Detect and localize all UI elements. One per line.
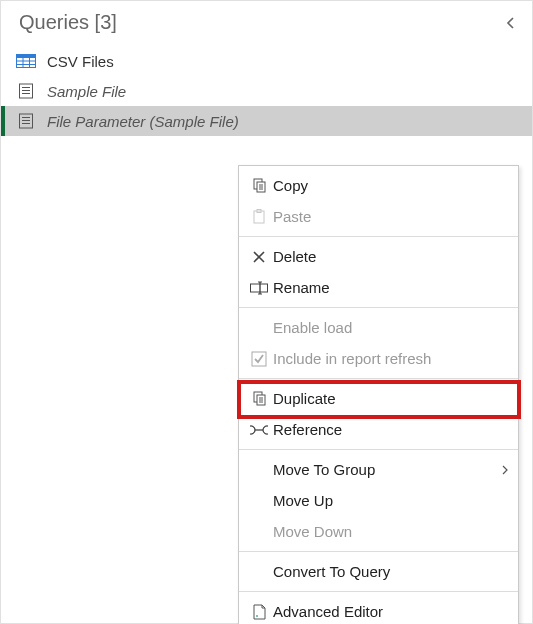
document-icon xyxy=(15,112,37,130)
editor-icon xyxy=(245,604,273,620)
menu-paste: Paste xyxy=(239,201,518,232)
menu-separator xyxy=(239,449,518,450)
document-icon xyxy=(15,82,37,100)
menu-advanced-editor[interactable]: Advanced Editor xyxy=(239,596,518,624)
context-menu: Copy Paste Delete xyxy=(238,165,519,624)
duplicate-icon xyxy=(245,391,273,407)
query-item-csv-files[interactable]: CSV Files xyxy=(1,46,532,76)
query-item-file-parameter[interactable]: File Parameter (Sample File) xyxy=(1,106,532,136)
menu-copy[interactable]: Copy xyxy=(239,170,518,201)
queries-panel: Queries [3] CSV Files xyxy=(0,0,533,624)
copy-icon xyxy=(245,178,273,194)
menu-label: Include in report refresh xyxy=(273,350,508,367)
panel-title: Queries [3] xyxy=(19,11,117,34)
svg-rect-20 xyxy=(257,209,261,212)
svg-rect-25 xyxy=(252,352,266,366)
menu-duplicate[interactable]: Duplicate xyxy=(239,383,518,414)
menu-label: Advanced Editor xyxy=(273,603,508,620)
menu-label: Rename xyxy=(273,279,508,296)
menu-convert-to-query[interactable]: Convert To Query xyxy=(239,556,518,587)
svg-rect-1 xyxy=(17,55,36,59)
menu-reference[interactable]: Reference xyxy=(239,414,518,445)
link-icon xyxy=(245,424,273,436)
check-icon xyxy=(245,351,273,367)
svg-point-32 xyxy=(256,615,258,617)
menu-label: Enable load xyxy=(273,319,508,336)
panel-header: Queries [3] xyxy=(1,1,532,40)
menu-move-down: Move Down xyxy=(239,516,518,547)
menu-include-refresh: Include in report refresh xyxy=(239,343,518,374)
menu-delete[interactable]: Delete xyxy=(239,241,518,272)
query-item-label: File Parameter (Sample File) xyxy=(47,113,239,130)
menu-label: Move Down xyxy=(273,523,508,540)
menu-move-up[interactable]: Move Up xyxy=(239,485,518,516)
menu-rename[interactable]: Rename xyxy=(239,272,518,303)
svg-rect-21 xyxy=(251,284,268,292)
menu-separator xyxy=(239,591,518,592)
paste-icon xyxy=(245,209,273,225)
query-item-label: Sample File xyxy=(47,83,126,100)
menu-label: Paste xyxy=(273,208,508,225)
menu-enable-load: Enable load xyxy=(239,312,518,343)
query-item-sample-file[interactable]: Sample File xyxy=(1,76,532,106)
menu-separator xyxy=(239,378,518,379)
menu-label: Copy xyxy=(273,177,508,194)
menu-label: Duplicate xyxy=(273,390,508,407)
menu-label: Move To Group xyxy=(273,461,498,478)
menu-separator xyxy=(239,551,518,552)
menu-label: Reference xyxy=(273,421,508,438)
table-icon xyxy=(15,52,37,70)
menu-move-to-group[interactable]: Move To Group xyxy=(239,454,518,485)
menu-separator xyxy=(239,307,518,308)
delete-icon xyxy=(245,250,273,264)
rename-icon xyxy=(245,281,273,295)
submenu-arrow-icon xyxy=(498,465,508,475)
query-item-label: CSV Files xyxy=(47,53,114,70)
menu-label: Move Up xyxy=(273,492,508,509)
menu-label: Convert To Query xyxy=(273,563,508,580)
menu-separator xyxy=(239,236,518,237)
query-list: CSV Files Sample File xyxy=(1,46,532,136)
menu-label: Delete xyxy=(273,248,508,265)
collapse-panel-icon[interactable] xyxy=(504,16,518,30)
